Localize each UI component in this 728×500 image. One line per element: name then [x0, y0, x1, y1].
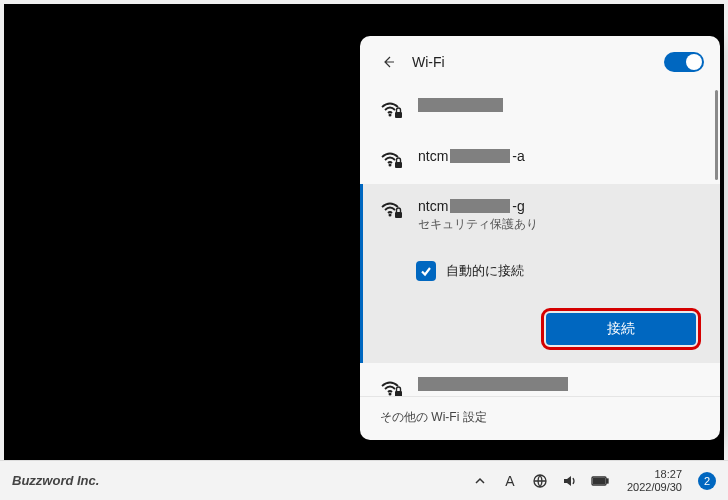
- redacted-block: [418, 98, 503, 112]
- network-row: ntcm-g セキュリティ保護あり: [380, 198, 700, 233]
- arrow-left-icon: [380, 54, 396, 70]
- auto-connect-row: 自動的に接続: [380, 247, 700, 287]
- panel-header: Wi-Fi: [360, 36, 720, 84]
- svg-point-6: [389, 393, 392, 396]
- name-prefix: ntcm: [418, 198, 448, 214]
- panel-title: Wi-Fi: [412, 54, 652, 70]
- clock-time: 18:27: [627, 468, 682, 481]
- connect-button[interactable]: 接続: [546, 313, 696, 345]
- network-list: ntcm-a ntcm-g セキュリティ保護あり: [360, 84, 720, 396]
- name-suffix: -a: [512, 148, 524, 164]
- ime-indicator[interactable]: A: [501, 472, 519, 490]
- tray-chevron-up-icon[interactable]: [471, 472, 489, 490]
- wifi-toggle[interactable]: [664, 52, 704, 72]
- taskbar-clock[interactable]: 18:27 2022/09/30: [627, 468, 682, 494]
- svg-rect-11: [593, 478, 604, 483]
- auto-connect-checkbox[interactable]: [416, 261, 436, 281]
- network-name: ntcm-g: [418, 198, 538, 214]
- wifi-secured-icon: [380, 150, 404, 170]
- network-info: ntcm-g セキュリティ保護あり: [418, 198, 538, 233]
- network-item[interactable]: ntcm-a: [360, 134, 720, 184]
- svg-rect-7: [395, 391, 402, 396]
- scrollbar-thumb[interactable]: [715, 90, 718, 180]
- system-tray: A 18:27 2022/09/30 2: [471, 468, 716, 494]
- redacted-block: [450, 149, 510, 163]
- redacted-block: [450, 199, 510, 213]
- tray-network-icon[interactable]: [531, 472, 549, 490]
- svg-rect-3: [395, 162, 402, 168]
- name-suffix: -g: [512, 198, 524, 214]
- panel-footer: その他の Wi-Fi 設定: [360, 396, 720, 440]
- auto-connect-label: 自動的に接続: [446, 262, 524, 280]
- network-name: ntcm-a: [418, 148, 525, 164]
- network-name: [418, 98, 503, 112]
- check-icon: [419, 264, 433, 278]
- svg-rect-10: [606, 479, 608, 483]
- tray-battery-icon[interactable]: [591, 472, 609, 490]
- connect-row: 接続: [380, 301, 700, 349]
- wifi-flyout-panel: Wi-Fi ntcm-a: [360, 36, 720, 440]
- clock-date: 2022/09/30: [627, 481, 682, 494]
- taskbar: Buzzword Inc. A 18:27 2022/09/30 2: [0, 460, 728, 500]
- network-security-label: セキュリティ保護あり: [418, 216, 538, 233]
- brand-text: Buzzword Inc.: [12, 473, 471, 488]
- network-name: [418, 377, 568, 391]
- svg-rect-5: [395, 212, 402, 218]
- wifi-secured-icon: [380, 200, 404, 220]
- network-item[interactable]: [360, 84, 720, 134]
- network-item-selected[interactable]: ntcm-g セキュリティ保護あり 自動的に接続 接続: [360, 184, 720, 363]
- wifi-secured-icon: [380, 379, 404, 396]
- svg-point-2: [389, 164, 392, 167]
- network-item[interactable]: [360, 363, 720, 396]
- network-info: [418, 377, 568, 391]
- more-wifi-settings-link[interactable]: その他の Wi-Fi 設定: [380, 409, 700, 426]
- name-prefix: ntcm: [418, 148, 448, 164]
- network-info: [418, 98, 503, 112]
- network-info: ntcm-a: [418, 148, 525, 164]
- svg-point-4: [389, 214, 392, 217]
- wifi-secured-icon: [380, 100, 404, 120]
- svg-rect-1: [395, 112, 402, 118]
- notification-badge[interactable]: 2: [698, 472, 716, 490]
- tray-volume-icon[interactable]: [561, 472, 579, 490]
- back-button[interactable]: [376, 50, 400, 74]
- svg-point-0: [389, 114, 392, 117]
- redacted-block: [418, 377, 568, 391]
